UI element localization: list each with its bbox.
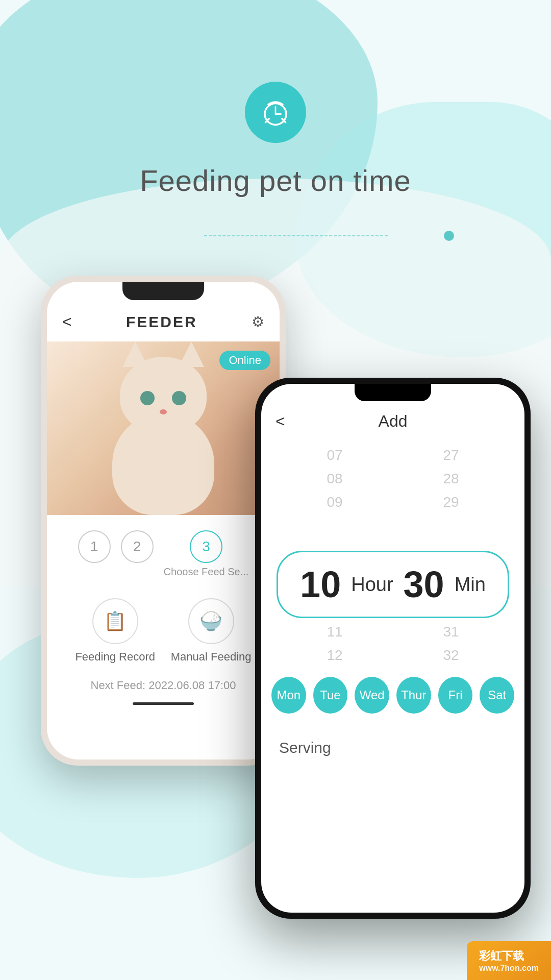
gear-icon[interactable]: ⚙ xyxy=(252,313,264,330)
scroll-min-27: 27 xyxy=(393,444,509,467)
scroll-hour-08: 08 xyxy=(277,467,393,491)
phone-screen-left: < FEEDER ⚙ Online xyxy=(47,282,280,760)
scroll-hour-07: 07 xyxy=(277,444,393,467)
online-badge: Online xyxy=(219,351,270,370)
hero-section: Feeding pet on time xyxy=(0,82,551,198)
manual-feeding-label: Manual Feeding xyxy=(171,650,252,664)
scroll-col-hour-top: 07 08 09 xyxy=(277,444,393,514)
scroll-col-hour-bot: 11 12 xyxy=(277,620,393,667)
feeding-record-item: 📋 Feeding Record xyxy=(75,598,155,664)
scroll-col-min-top: 27 28 29 xyxy=(393,444,509,514)
day-tue-label: Tue xyxy=(320,688,340,702)
serving-label: Serving xyxy=(279,739,331,756)
step-number-3: 3 xyxy=(202,538,210,555)
day-tue[interactable]: Tue xyxy=(313,677,348,714)
manual-feeding-item: 🍚 Manual Feeding xyxy=(171,598,252,664)
scroll-hour-11: 11 xyxy=(277,620,393,644)
dot-accent-1 xyxy=(444,231,454,241)
hour-label: Hour xyxy=(351,574,393,596)
step-indicators: 1 2 3 Choose Feed Se... xyxy=(47,515,280,583)
scroll-min-32: 32 xyxy=(393,644,509,667)
time-picker[interactable]: 10 Hour 30 Min xyxy=(277,551,509,618)
cat-eye-left xyxy=(140,391,155,405)
day-wed[interactable]: Wed xyxy=(355,677,389,714)
step-circle-1[interactable]: 1 xyxy=(78,530,111,563)
alarm-icon-circle xyxy=(245,82,306,143)
phones-container: < FEEDER ⚙ Online xyxy=(41,276,531,919)
scroll-row-1: 07 08 09 27 28 29 xyxy=(277,444,509,514)
phone-frame-left: < FEEDER ⚙ Online xyxy=(41,276,286,766)
day-fri-label: Fri xyxy=(448,688,463,702)
step-2: 2 xyxy=(121,530,154,563)
time-scroll-above[interactable]: 07 08 09 27 28 29 xyxy=(261,444,524,546)
day-fri[interactable]: Fri xyxy=(438,677,473,714)
scroll-hour-12: 12 xyxy=(277,644,393,667)
next-feed-info: Next Feed: 2022.06.08 17:00 xyxy=(47,674,280,697)
serving-section: Serving xyxy=(261,726,524,769)
p1-action-buttons: 📋 Feeding Record 🍚 Manual Feeding xyxy=(47,583,280,674)
day-mon[interactable]: Mon xyxy=(271,677,306,714)
scroll-min-29: 29 xyxy=(393,491,509,514)
phone-frame-right: < Add 07 08 09 27 28 29 xyxy=(255,378,531,919)
minute-label: Min xyxy=(455,574,486,596)
watermark-url: www.7hon.com xyxy=(479,964,539,973)
back-arrow-icon[interactable]: < xyxy=(62,312,72,331)
step-number-2: 2 xyxy=(133,538,141,555)
minute-value: 30 xyxy=(404,564,444,605)
feeding-record-button[interactable]: 📋 xyxy=(92,598,138,644)
scroll-min-31: 31 xyxy=(393,620,509,644)
cat-body xyxy=(112,413,214,515)
day-sat[interactable]: Sat xyxy=(480,677,514,714)
scroll-hour-09: 09 xyxy=(277,491,393,514)
day-thu[interactable]: Thur xyxy=(396,677,431,714)
p2-screen-title: Add xyxy=(379,412,408,431)
step-label: Choose Feed Se... xyxy=(164,566,249,578)
step-circle-3[interactable]: 3 xyxy=(190,530,222,563)
day-wed-label: Wed xyxy=(360,688,385,702)
hour-value: 10 xyxy=(300,564,341,605)
days-selector: Mon Tue Wed Thur Fri Sat xyxy=(261,664,524,726)
step-1: 1 xyxy=(78,530,111,563)
dotted-line-1 xyxy=(204,235,388,236)
watermark-brand: 彩虹下载 xyxy=(479,948,539,964)
cat-image: Online xyxy=(47,341,280,515)
cat-nose xyxy=(160,409,167,414)
phone-left: < FEEDER ⚙ Online xyxy=(41,276,286,766)
home-indicator xyxy=(133,702,194,705)
day-thu-label: Thur xyxy=(401,688,426,702)
calendar-icon: 📋 xyxy=(104,610,127,632)
p1-app-title: FEEDER xyxy=(126,313,197,331)
cat-eye-right xyxy=(172,391,186,405)
watermark: 彩虹下载 www.7hon.com xyxy=(467,941,551,980)
step-number-1: 1 xyxy=(90,538,98,555)
step-circle-2[interactable]: 2 xyxy=(121,530,154,563)
feeding-record-label: Feeding Record xyxy=(75,650,155,664)
time-scroll-below[interactable]: 11 12 31 32 xyxy=(261,623,524,664)
phone-screen-right: < Add 07 08 09 27 28 29 xyxy=(261,384,524,913)
step-3: 3 Choose Feed Se... xyxy=(164,530,249,578)
scroll-col-min-bot: 31 32 xyxy=(393,620,509,667)
day-mon-label: Mon xyxy=(277,688,300,702)
phone-notch-right xyxy=(355,384,431,401)
manual-feeding-button[interactable]: 🍚 xyxy=(188,598,234,644)
phone-right: < Add 07 08 09 27 28 29 xyxy=(255,378,531,919)
hero-title: Feeding pet on time xyxy=(140,163,411,198)
bowl-icon: 🍚 xyxy=(199,610,222,632)
scroll-min-28: 28 xyxy=(393,467,509,491)
phone-notch-left xyxy=(122,282,204,300)
day-sat-label: Sat xyxy=(488,688,506,702)
p2-back-arrow-icon[interactable]: < xyxy=(276,412,285,431)
alarm-icon xyxy=(258,94,293,130)
